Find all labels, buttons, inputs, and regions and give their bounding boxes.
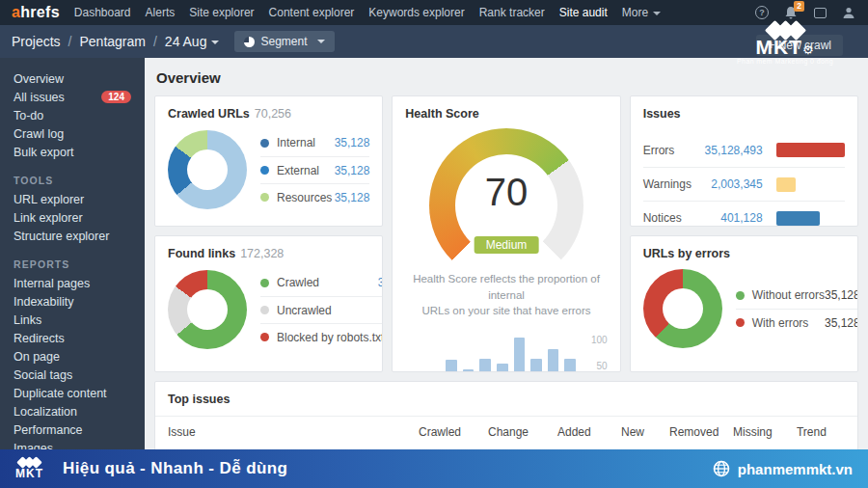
issues-card: Issues Errors35,128,493 Warnings2,003,34… <box>630 95 858 227</box>
urls-by-errors-donut-chart <box>643 269 722 348</box>
nav-more[interactable]: More <box>622 6 661 19</box>
breadcrumb-project-name[interactable]: Pentagram <box>79 34 145 49</box>
column-trend[interactable]: Trend <box>797 425 845 439</box>
history-bar <box>530 359 542 372</box>
sidebar-section-reports: REPORTS <box>0 245 145 274</box>
sidebar-item-link-explorer[interactable]: Link explorer <box>0 208 145 227</box>
sidebar-item-todo[interactable]: To-do <box>0 106 145 124</box>
breadcrumb-projects[interactable]: Projects <box>12 34 61 49</box>
sidebar-item-links[interactable]: Links <box>0 311 145 329</box>
notices-bar <box>776 211 821 226</box>
sidebar-item-duplicate-content[interactable]: Duplicate content <box>0 384 145 402</box>
nav-content-explorer[interactable]: Content explorer <box>269 6 355 19</box>
main-content: Overview Crawled URLs70,256 Internal35,1… <box>145 58 868 488</box>
column-removed[interactable]: Removed <box>669 425 733 439</box>
sidebar-item-all-issues[interactable]: All issues124 <box>0 88 145 106</box>
urls-by-errors-title: URLs by errors <box>643 247 845 260</box>
sidebar-item-structure-explorer[interactable]: Structure explorer <box>0 227 145 245</box>
notification-count-badge: 2 <box>794 1 804 12</box>
issues-row-warnings: Warnings2,003,345 <box>643 167 845 201</box>
breadcrumb-separator: / <box>153 34 157 49</box>
history-bar <box>497 364 508 372</box>
help-icon[interactable]: ? <box>754 5 770 20</box>
nav-dashboard[interactable]: Dashboard <box>74 6 131 19</box>
person-icon <box>842 6 855 19</box>
health-history-chart: 10 Jul 19 Aug 100 50 0 <box>405 331 607 372</box>
sidebar-item-social-tags[interactable]: Social tags <box>0 366 145 384</box>
crawl-date-dropdown[interactable]: 24 Aug <box>165 34 220 49</box>
found-links-card: Found links172,328 Crawled35,128 Uncrawl… <box>154 235 383 372</box>
sidebar-item-on-page[interactable]: On page <box>0 347 145 366</box>
globe-icon <box>713 460 730 477</box>
chevron-down-icon <box>317 40 325 43</box>
legend-dot <box>736 318 745 327</box>
top-issues-title: Top issues <box>168 393 845 406</box>
sidebar-item-crawl-log[interactable]: Crawl log <box>0 124 145 143</box>
errors-bar <box>776 143 845 157</box>
sidebar-item-bulk-export[interactable]: Bulk export <box>0 143 145 161</box>
notifications-bell-icon[interactable]: 2 <box>783 5 799 20</box>
column-added[interactable]: Added <box>557 425 621 439</box>
issues-row-notices: Notices401,128 <box>643 201 845 227</box>
app-body: Overview All issues124 To-do Crawl log B… <box>0 58 868 488</box>
crawled-urls-total: 70,256 <box>255 107 291 121</box>
pie-chart-icon <box>244 37 255 47</box>
segment-button[interactable]: Segment <box>234 31 335 52</box>
legend-dot <box>260 333 269 341</box>
legend-without-errors: Without errors35,128 <box>736 282 858 309</box>
column-crawled[interactable]: Crawled <box>419 425 488 439</box>
health-score-title: Health Score <box>405 107 607 121</box>
y-axis-labels: 100 50 0 <box>583 331 608 372</box>
sidebar-item-indexability[interactable]: Indexability <box>0 292 145 311</box>
column-new[interactable]: New <box>621 425 669 439</box>
found-links-title: Found links <box>168 247 235 260</box>
top-issues-table-header: Issue Crawled Change Added New Removed M… <box>168 425 845 439</box>
history-bar <box>514 338 526 372</box>
legend-dot <box>260 166 269 175</box>
history-bar <box>548 349 559 372</box>
column-missing[interactable]: Missing <box>733 425 797 439</box>
issues-row-errors: Errors35,128,493 <box>643 133 845 167</box>
chevron-down-icon <box>653 12 661 15</box>
user-profile-icon[interactable] <box>841 5 856 20</box>
legend-dot <box>260 306 269 314</box>
page-title: Overview <box>156 69 858 86</box>
crawled-urls-title: Crawled URLs <box>168 107 250 121</box>
mkt-footer-logo: MKT <box>15 458 43 479</box>
legend-with-errors: With errors35,128 <box>736 309 858 336</box>
nav-site-audit[interactable]: Site audit <box>559 6 608 19</box>
column-issue[interactable]: Issue <box>168 425 419 439</box>
health-score-badge: Medium <box>475 236 539 254</box>
sidebar-item-redirects[interactable]: Redirects <box>0 329 145 347</box>
sidebar-item-performance[interactable]: Performance <box>0 420 145 439</box>
sidebar-section-tools: TOOLS <box>0 161 145 190</box>
breadcrumb-bar: Projects / Pentagram / 24 Aug Segment <box>0 25 868 58</box>
history-bar <box>412 371 423 372</box>
sidebar-item-url-explorer[interactable]: URL explorer <box>0 190 145 208</box>
chat-icon[interactable] <box>812 5 827 20</box>
sidebar-item-internal-pages[interactable]: Internal pages <box>0 274 145 292</box>
health-history-bars <box>405 331 582 372</box>
footer-website-link[interactable]: phanmemmkt.vn <box>713 460 853 477</box>
found-links-total: 172,328 <box>240 247 284 260</box>
crawled-urls-card: Crawled URLs70,256 Internal35,128 Extern… <box>154 95 383 227</box>
sidebar-item-overview[interactable]: Overview <box>0 69 145 88</box>
nav-rank-tracker[interactable]: Rank tracker <box>479 6 545 19</box>
ahrefs-logo[interactable]: ahrefs <box>12 4 60 21</box>
sidebar-item-localization[interactable]: Localization <box>0 402 145 420</box>
nav-alerts[interactable]: Alerts <box>146 6 176 19</box>
nav-site-explorer[interactable]: Site explorer <box>189 6 254 19</box>
mkt-footer-bar: MKT Hiệu quả - Nhanh - Dễ dùng phanmemmk… <box>0 449 868 488</box>
history-bar <box>479 359 491 372</box>
legend-dot <box>260 279 269 287</box>
chevron-down-icon <box>211 41 219 44</box>
cards-grid: Crawled URLs70,256 Internal35,128 Extern… <box>154 95 858 468</box>
legend-crawled: Crawled35,128 <box>260 269 383 296</box>
history-bar <box>463 369 475 372</box>
legend-dot <box>260 139 269 148</box>
new-crawl-button[interactable]: + New crawl <box>756 35 843 56</box>
column-change[interactable]: Change <box>488 425 557 439</box>
health-score-value: 70 <box>429 171 583 214</box>
nav-right-icons: ? 2 <box>754 5 856 20</box>
nav-keywords-explorer[interactable]: Keywords explorer <box>368 6 464 19</box>
